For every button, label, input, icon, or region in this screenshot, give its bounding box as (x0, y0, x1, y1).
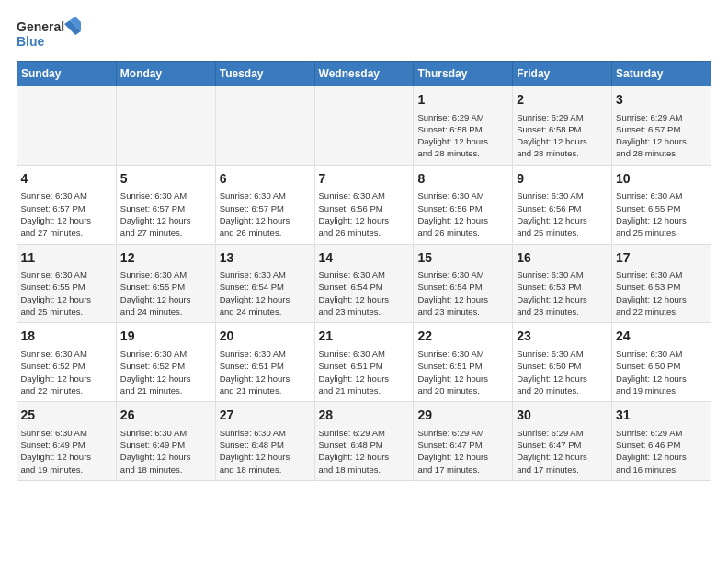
cell-text: Sunrise: 6:29 AM Sunset: 6:48 PM Dayligh… (319, 427, 410, 476)
calendar-table: SundayMondayTuesdayWednesdayThursdayFrid… (17, 61, 711, 481)
cell-text: Sunrise: 6:30 AM Sunset: 6:56 PM Dayligh… (319, 190, 410, 238)
cell-text: Sunrise: 6:29 AM Sunset: 6:58 PM Dayligh… (517, 111, 608, 160)
day-number: 29 (417, 407, 508, 425)
day-number: 8 (417, 170, 508, 189)
calendar-cell: 14Sunrise: 6:30 AM Sunset: 6:54 PM Dayli… (314, 244, 414, 323)
day-number: 28 (319, 407, 410, 425)
cell-text: Sunrise: 6:30 AM Sunset: 6:51 PM Dayligh… (220, 348, 311, 396)
cell-text: Sunrise: 6:30 AM Sunset: 6:56 PM Dayligh… (417, 190, 508, 238)
calendar-cell: 19Sunrise: 6:30 AM Sunset: 6:52 PM Dayli… (116, 323, 215, 402)
calendar-cell: 31Sunrise: 6:29 AM Sunset: 6:46 PM Dayli… (612, 402, 711, 481)
calendar-week-row: 18Sunrise: 6:30 AM Sunset: 6:52 PM Dayli… (17, 323, 711, 402)
day-number: 10 (616, 170, 707, 189)
day-number: 7 (319, 170, 410, 189)
cell-text: Sunrise: 6:30 AM Sunset: 6:51 PM Dayligh… (319, 348, 410, 396)
weekday-header-wednesday: Wednesday (314, 62, 414, 86)
day-number: 11 (21, 249, 112, 268)
cell-text: Sunrise: 6:30 AM Sunset: 6:54 PM Dayligh… (319, 269, 410, 317)
cell-text: Sunrise: 6:30 AM Sunset: 6:49 PM Dayligh… (120, 427, 211, 476)
calendar-cell: 28Sunrise: 6:29 AM Sunset: 6:48 PM Dayli… (314, 402, 414, 481)
day-number: 1 (417, 91, 508, 109)
header: General Blue (17, 17, 711, 52)
day-number: 14 (319, 249, 410, 268)
cell-text: Sunrise: 6:30 AM Sunset: 6:56 PM Dayligh… (517, 190, 608, 238)
day-number: 4 (21, 170, 112, 189)
day-number: 27 (220, 407, 311, 425)
cell-text: Sunrise: 6:30 AM Sunset: 6:57 PM Dayligh… (21, 190, 112, 238)
day-number: 13 (220, 249, 311, 268)
calendar-cell (314, 86, 414, 166)
day-number: 25 (21, 407, 112, 425)
cell-text: Sunrise: 6:30 AM Sunset: 6:50 PM Dayligh… (517, 348, 608, 396)
cell-text: Sunrise: 6:30 AM Sunset: 6:55 PM Dayligh… (120, 269, 211, 317)
day-number: 17 (616, 249, 707, 268)
cell-text: Sunrise: 6:30 AM Sunset: 6:57 PM Dayligh… (220, 190, 311, 238)
weekday-header-tuesday: Tuesday (215, 62, 314, 86)
day-number: 15 (417, 249, 508, 268)
cell-text: Sunrise: 6:29 AM Sunset: 6:57 PM Dayligh… (616, 111, 707, 160)
day-number: 19 (120, 327, 211, 346)
calendar-cell: 7Sunrise: 6:30 AM Sunset: 6:56 PM Daylig… (314, 165, 414, 244)
logo: General Blue (17, 17, 81, 52)
calendar-cell: 5Sunrise: 6:30 AM Sunset: 6:57 PM Daylig… (116, 165, 215, 244)
weekday-header-thursday: Thursday (414, 62, 513, 86)
logo-icon: General Blue (17, 17, 81, 52)
page: General Blue SundayMondayTuesdayWednesda… (0, 0, 728, 492)
day-number: 3 (616, 91, 707, 109)
day-number: 31 (616, 407, 707, 425)
calendar-cell: 21Sunrise: 6:30 AM Sunset: 6:51 PM Dayli… (314, 323, 414, 402)
calendar-cell (17, 86, 117, 166)
cell-text: Sunrise: 6:30 AM Sunset: 6:51 PM Dayligh… (417, 348, 508, 396)
svg-text:Blue: Blue (17, 34, 45, 49)
calendar-cell: 22Sunrise: 6:30 AM Sunset: 6:51 PM Dayli… (414, 323, 513, 402)
cell-text: Sunrise: 6:30 AM Sunset: 6:50 PM Dayligh… (616, 348, 707, 396)
day-number: 24 (616, 327, 707, 346)
calendar-cell: 23Sunrise: 6:30 AM Sunset: 6:50 PM Dayli… (513, 323, 612, 402)
cell-text: Sunrise: 6:30 AM Sunset: 6:53 PM Dayligh… (616, 269, 707, 317)
calendar-cell: 11Sunrise: 6:30 AM Sunset: 6:55 PM Dayli… (17, 244, 117, 323)
calendar-cell: 16Sunrise: 6:30 AM Sunset: 6:53 PM Dayli… (513, 244, 612, 323)
calendar-cell: 6Sunrise: 6:30 AM Sunset: 6:57 PM Daylig… (215, 165, 314, 244)
calendar-week-row: 1Sunrise: 6:29 AM Sunset: 6:58 PM Daylig… (17, 86, 711, 166)
cell-text: Sunrise: 6:29 AM Sunset: 6:47 PM Dayligh… (517, 427, 608, 476)
calendar-cell: 17Sunrise: 6:30 AM Sunset: 6:53 PM Dayli… (612, 244, 711, 323)
calendar-cell: 29Sunrise: 6:29 AM Sunset: 6:47 PM Dayli… (414, 402, 513, 481)
day-number: 5 (120, 170, 211, 189)
calendar-cell: 1Sunrise: 6:29 AM Sunset: 6:58 PM Daylig… (414, 86, 513, 166)
calendar-cell: 25Sunrise: 6:30 AM Sunset: 6:49 PM Dayli… (17, 402, 117, 481)
cell-text: Sunrise: 6:30 AM Sunset: 6:53 PM Dayligh… (517, 269, 608, 317)
day-number: 18 (21, 327, 112, 346)
calendar-cell: 9Sunrise: 6:30 AM Sunset: 6:56 PM Daylig… (513, 165, 612, 244)
cell-text: Sunrise: 6:30 AM Sunset: 6:54 PM Dayligh… (220, 269, 311, 317)
day-number: 23 (517, 327, 608, 346)
calendar-cell (215, 86, 314, 166)
cell-text: Sunrise: 6:30 AM Sunset: 6:55 PM Dayligh… (21, 269, 112, 317)
calendar-cell: 27Sunrise: 6:30 AM Sunset: 6:48 PM Dayli… (215, 402, 314, 481)
calendar-cell: 20Sunrise: 6:30 AM Sunset: 6:51 PM Dayli… (215, 323, 314, 402)
cell-text: Sunrise: 6:29 AM Sunset: 6:58 PM Dayligh… (417, 111, 508, 160)
cell-text: Sunrise: 6:29 AM Sunset: 6:46 PM Dayligh… (616, 427, 707, 476)
cell-text: Sunrise: 6:30 AM Sunset: 6:49 PM Dayligh… (21, 427, 112, 476)
calendar-week-row: 11Sunrise: 6:30 AM Sunset: 6:55 PM Dayli… (17, 244, 711, 323)
calendar-cell (116, 86, 215, 166)
calendar-cell: 26Sunrise: 6:30 AM Sunset: 6:49 PM Dayli… (116, 402, 215, 481)
cell-text: Sunrise: 6:29 AM Sunset: 6:47 PM Dayligh… (417, 427, 508, 476)
cell-text: Sunrise: 6:30 AM Sunset: 6:52 PM Dayligh… (120, 348, 211, 396)
day-number: 2 (517, 91, 608, 109)
day-number: 21 (319, 327, 410, 346)
weekday-header-sunday: Sunday (17, 62, 117, 86)
day-number: 9 (517, 170, 608, 189)
day-number: 6 (220, 170, 311, 189)
cell-text: Sunrise: 6:30 AM Sunset: 6:52 PM Dayligh… (21, 348, 112, 396)
svg-text:General: General (17, 19, 64, 34)
calendar-cell: 24Sunrise: 6:30 AM Sunset: 6:50 PM Dayli… (612, 323, 711, 402)
day-number: 12 (120, 249, 211, 268)
calendar-cell: 8Sunrise: 6:30 AM Sunset: 6:56 PM Daylig… (414, 165, 513, 244)
calendar-header: SundayMondayTuesdayWednesdayThursdayFrid… (17, 62, 711, 86)
calendar-cell: 4Sunrise: 6:30 AM Sunset: 6:57 PM Daylig… (17, 165, 117, 244)
day-number: 20 (220, 327, 311, 346)
day-number: 26 (120, 407, 211, 425)
day-number: 16 (517, 249, 608, 268)
calendar-week-row: 4Sunrise: 6:30 AM Sunset: 6:57 PM Daylig… (17, 165, 711, 244)
calendar-week-row: 25Sunrise: 6:30 AM Sunset: 6:49 PM Dayli… (17, 402, 711, 481)
